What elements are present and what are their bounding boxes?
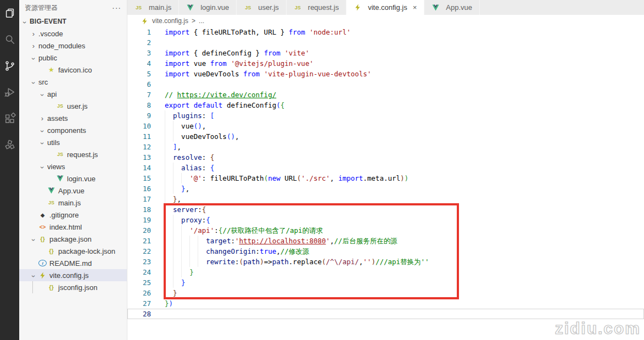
extensions-icon[interactable] <box>0 105 19 132</box>
chevron-expanded-icon[interactable]: › <box>30 55 38 62</box>
tab-label: vite.config.js <box>368 3 407 12</box>
tab-app-vue[interactable]: App.vue <box>424 0 480 15</box>
tree-item-label: App.vue <box>58 187 85 195</box>
tree-item-api[interactable]: ›api <box>19 88 127 100</box>
tree-item-label: user.js <box>67 102 88 110</box>
line-number: 11 <box>127 131 151 142</box>
code-line-2: 2 <box>127 37 644 48</box>
tab-user-js[interactable]: JSuser.js <box>237 0 287 15</box>
tree-item-label: package-lock.json <box>58 247 115 255</box>
code-line-text: } <box>165 288 177 298</box>
line-number: 26 <box>127 288 151 298</box>
tree-item-label: src <box>38 78 48 86</box>
vue-icon <box>186 4 194 11</box>
code-line-4: 4import vue from '@vitejs/plugin-vue' <box>127 58 644 69</box>
html-icon: <> <box>38 224 47 230</box>
tree-item-public[interactable]: ›public <box>19 52 127 64</box>
code-line-text: import vue from '@vitejs/plugin-vue' <box>165 58 313 69</box>
tree-item-big-event[interactable]: ›BIG-EVENT <box>19 15 127 27</box>
tree-item-label: main.js <box>58 199 81 207</box>
line-number: 14 <box>127 163 151 173</box>
close-icon[interactable]: × <box>413 3 417 12</box>
chevron-collapsed-icon[interactable]: › <box>30 42 37 50</box>
chevron-expanded-icon[interactable]: › <box>30 272 38 279</box>
code-line-14: 14 alias: { <box>127 163 644 173</box>
tree-item-favicon-ico[interactable]: ›★favicon.ico <box>19 64 127 76</box>
code-line-1: 1import { fileURLToPath, URL } from 'nod… <box>127 27 644 37</box>
sidebar-more-actions[interactable]: ··· <box>112 3 121 12</box>
line-number: 21 <box>127 236 151 246</box>
code-line-6: 6 <box>127 79 644 90</box>
tree-item-node-modules[interactable]: ›node_modules <box>19 40 127 52</box>
code-line-text: vueDevTools(), <box>165 131 239 142</box>
chevron-expanded-icon[interactable]: › <box>30 79 38 86</box>
search-icon[interactable] <box>0 26 19 53</box>
tab-main-js[interactable]: JSmain.js <box>127 0 179 15</box>
code-line-text: import vueDevTools from 'vite-plugin-vue… <box>165 69 371 79</box>
tree-item-assets[interactable]: ›assets <box>19 112 127 124</box>
tree-item-vite-config-js[interactable]: ›vite.config.js <box>19 269 127 281</box>
chevron-expanded-icon[interactable]: › <box>38 91 47 98</box>
line-number: 8 <box>127 100 151 110</box>
chevron-expanded-icon[interactable]: › <box>38 164 47 170</box>
tree-item-src[interactable]: ›src <box>19 76 127 88</box>
vite-icon <box>38 272 47 279</box>
tree-item-label: jsconfig.json <box>58 283 98 292</box>
breadcrumb-file[interactable]: vite.config.js <box>152 17 188 25</box>
tree-item-app-vue[interactable]: ›App.vue <box>19 185 127 197</box>
line-number: 13 <box>127 152 151 163</box>
chevron-expanded-icon[interactable]: › <box>38 127 47 134</box>
tree-item-package-json[interactable]: ›{}package.json <box>19 233 127 245</box>
tree-item-user-js[interactable]: ›JSuser.js <box>19 100 127 112</box>
line-number: 3 <box>127 48 151 58</box>
code-editor[interactable]: 1import { fileURLToPath, URL } from 'nod… <box>127 27 644 319</box>
code-line-text: proxy:{ <box>165 215 210 225</box>
chevron-collapsed-icon[interactable]: › <box>30 30 37 38</box>
code-line-text: alias: { <box>165 163 214 173</box>
code-line-text: rewrite:(path)=>path.replace(/^\/api/,''… <box>165 257 429 267</box>
tree-item-jsconfig-json[interactable]: ›{}jsconfig.json <box>19 281 127 293</box>
tree-item-views[interactable]: ›views <box>19 160 127 172</box>
chevron-expanded-icon[interactable]: › <box>38 140 47 146</box>
tab-request-js[interactable]: JSrequest.js <box>287 0 346 15</box>
tree-item--gitignore[interactable]: ›◆.gitignore <box>19 209 127 221</box>
tree-item-utils[interactable]: ›utils <box>19 136 127 148</box>
plugin-icon[interactable] <box>0 132 19 158</box>
chevron-expanded-icon[interactable]: › <box>21 19 29 25</box>
explorer-icon[interactable] <box>0 0 19 26</box>
line-number: 12 <box>127 142 151 152</box>
tree-item-components[interactable]: ›components <box>19 124 127 136</box>
star-icon: ★ <box>47 66 55 74</box>
code-line-text: }, <box>165 194 181 204</box>
code-line-22: 22 changeOrigin:true,//修改源 <box>127 246 644 257</box>
tree-item-index-html[interactable]: ›<>index.html <box>19 221 127 233</box>
tree-item-label: assets <box>47 114 68 122</box>
code-line-17: 17 }, <box>127 194 644 204</box>
breadcrumb-more[interactable]: ... <box>199 17 204 25</box>
tab-vite-config-js[interactable]: vite.config.js× <box>346 0 424 15</box>
tree-indent-guide <box>32 281 33 293</box>
chevron-expanded-icon[interactable]: › <box>30 236 38 243</box>
code-line-text: '/api':{//获取路径中包含了/api的请求 <box>165 225 323 236</box>
tree-item-label: node_modules <box>38 42 85 50</box>
chevron-collapsed-icon[interactable]: › <box>39 114 46 122</box>
tree-item-label: components <box>47 126 86 135</box>
breadcrumb-separator: > <box>192 17 195 25</box>
tree-item-main-js[interactable]: ›JSmain.js <box>19 197 127 209</box>
git-icon: ◆ <box>38 212 47 218</box>
code-line-text: } <box>165 277 186 288</box>
tree-item-readme-md[interactable]: ›iREADME.md <box>19 257 127 269</box>
source-control-icon[interactable] <box>0 53 19 79</box>
tree-item-package-lock-json[interactable]: ›{}package-lock.json <box>19 245 127 257</box>
run-debug-icon[interactable] <box>0 79 19 105</box>
tree-item-request-js[interactable]: ›JSrequest.js <box>19 148 127 160</box>
tab-bar: JSmain.jslogin.vueJSuser.jsJSrequest.jsv… <box>127 0 644 15</box>
tree-item-login-vue[interactable]: ›login.vue <box>19 172 127 185</box>
line-number: 18 <box>127 204 151 215</box>
tab-login-vue[interactable]: login.vue <box>179 0 237 15</box>
tree-item-label: favicon.ico <box>58 66 92 74</box>
breadcrumb[interactable]: vite.config.js > ... <box>127 15 644 27</box>
code-line-text: plugins: [ <box>165 110 214 121</box>
tree-item--vscode[interactable]: ›.vscode <box>19 27 127 40</box>
line-number: 25 <box>127 277 151 288</box>
